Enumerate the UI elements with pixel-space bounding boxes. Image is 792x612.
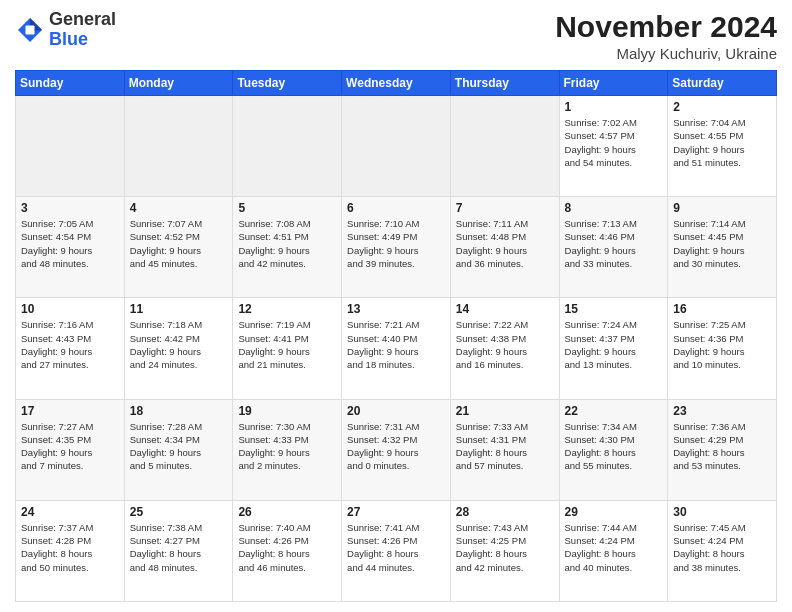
calendar-body: 1Sunrise: 7:02 AM Sunset: 4:57 PM Daylig…: [16, 96, 777, 602]
col-friday: Friday: [559, 71, 668, 96]
calendar-cell: 10Sunrise: 7:16 AM Sunset: 4:43 PM Dayli…: [16, 298, 125, 399]
day-info: Sunrise: 7:33 AM Sunset: 4:31 PM Dayligh…: [456, 420, 554, 473]
day-info: Sunrise: 7:04 AM Sunset: 4:55 PM Dayligh…: [673, 116, 771, 169]
calendar-table: Sunday Monday Tuesday Wednesday Thursday…: [15, 70, 777, 602]
calendar-cell: 4Sunrise: 7:07 AM Sunset: 4:52 PM Daylig…: [124, 197, 233, 298]
day-info: Sunrise: 7:22 AM Sunset: 4:38 PM Dayligh…: [456, 318, 554, 371]
day-info: Sunrise: 7:08 AM Sunset: 4:51 PM Dayligh…: [238, 217, 336, 270]
day-number: 27: [347, 505, 445, 519]
day-info: Sunrise: 7:02 AM Sunset: 4:57 PM Dayligh…: [565, 116, 663, 169]
calendar-cell: 20Sunrise: 7:31 AM Sunset: 4:32 PM Dayli…: [342, 399, 451, 500]
calendar-cell: 7Sunrise: 7:11 AM Sunset: 4:48 PM Daylig…: [450, 197, 559, 298]
logo: General Blue: [15, 10, 116, 50]
day-number: 5: [238, 201, 336, 215]
calendar-week-3: 10Sunrise: 7:16 AM Sunset: 4:43 PM Dayli…: [16, 298, 777, 399]
calendar-cell: 21Sunrise: 7:33 AM Sunset: 4:31 PM Dayli…: [450, 399, 559, 500]
day-number: 8: [565, 201, 663, 215]
day-number: 30: [673, 505, 771, 519]
day-info: Sunrise: 7:13 AM Sunset: 4:46 PM Dayligh…: [565, 217, 663, 270]
calendar-cell: 8Sunrise: 7:13 AM Sunset: 4:46 PM Daylig…: [559, 197, 668, 298]
calendar-week-2: 3Sunrise: 7:05 AM Sunset: 4:54 PM Daylig…: [16, 197, 777, 298]
calendar-cell: 12Sunrise: 7:19 AM Sunset: 4:41 PM Dayli…: [233, 298, 342, 399]
calendar-cell: 16Sunrise: 7:25 AM Sunset: 4:36 PM Dayli…: [668, 298, 777, 399]
calendar-cell: [342, 96, 451, 197]
col-saturday: Saturday: [668, 71, 777, 96]
calendar-header: Sunday Monday Tuesday Wednesday Thursday…: [16, 71, 777, 96]
header: General Blue November 2024 Malyy Kuchuri…: [15, 10, 777, 62]
calendar-cell: 11Sunrise: 7:18 AM Sunset: 4:42 PM Dayli…: [124, 298, 233, 399]
calendar-cell: 2Sunrise: 7:04 AM Sunset: 4:55 PM Daylig…: [668, 96, 777, 197]
day-info: Sunrise: 7:24 AM Sunset: 4:37 PM Dayligh…: [565, 318, 663, 371]
day-number: 11: [130, 302, 228, 316]
calendar-cell: 25Sunrise: 7:38 AM Sunset: 4:27 PM Dayli…: [124, 500, 233, 601]
svg-rect-2: [26, 25, 35, 34]
day-number: 14: [456, 302, 554, 316]
day-number: 20: [347, 404, 445, 418]
title-block: November 2024 Malyy Kuchuriv, Ukraine: [555, 10, 777, 62]
day-number: 6: [347, 201, 445, 215]
day-number: 29: [565, 505, 663, 519]
day-number: 26: [238, 505, 336, 519]
day-info: Sunrise: 7:07 AM Sunset: 4:52 PM Dayligh…: [130, 217, 228, 270]
calendar-week-5: 24Sunrise: 7:37 AM Sunset: 4:28 PM Dayli…: [16, 500, 777, 601]
day-info: Sunrise: 7:10 AM Sunset: 4:49 PM Dayligh…: [347, 217, 445, 270]
day-number: 7: [456, 201, 554, 215]
day-number: 2: [673, 100, 771, 114]
calendar-cell: 23Sunrise: 7:36 AM Sunset: 4:29 PM Dayli…: [668, 399, 777, 500]
day-info: Sunrise: 7:05 AM Sunset: 4:54 PM Dayligh…: [21, 217, 119, 270]
day-info: Sunrise: 7:19 AM Sunset: 4:41 PM Dayligh…: [238, 318, 336, 371]
day-info: Sunrise: 7:28 AM Sunset: 4:34 PM Dayligh…: [130, 420, 228, 473]
logo-text: General Blue: [49, 10, 116, 50]
calendar-cell: 13Sunrise: 7:21 AM Sunset: 4:40 PM Dayli…: [342, 298, 451, 399]
calendar-cell: 28Sunrise: 7:43 AM Sunset: 4:25 PM Dayli…: [450, 500, 559, 601]
day-info: Sunrise: 7:14 AM Sunset: 4:45 PM Dayligh…: [673, 217, 771, 270]
calendar-cell: 15Sunrise: 7:24 AM Sunset: 4:37 PM Dayli…: [559, 298, 668, 399]
calendar-cell: 19Sunrise: 7:30 AM Sunset: 4:33 PM Dayli…: [233, 399, 342, 500]
day-number: 16: [673, 302, 771, 316]
calendar-cell: [124, 96, 233, 197]
day-number: 22: [565, 404, 663, 418]
calendar-week-4: 17Sunrise: 7:27 AM Sunset: 4:35 PM Dayli…: [16, 399, 777, 500]
day-number: 19: [238, 404, 336, 418]
day-info: Sunrise: 7:40 AM Sunset: 4:26 PM Dayligh…: [238, 521, 336, 574]
day-info: Sunrise: 7:21 AM Sunset: 4:40 PM Dayligh…: [347, 318, 445, 371]
day-number: 15: [565, 302, 663, 316]
month-title: November 2024: [555, 10, 777, 43]
day-number: 18: [130, 404, 228, 418]
col-wednesday: Wednesday: [342, 71, 451, 96]
day-info: Sunrise: 7:34 AM Sunset: 4:30 PM Dayligh…: [565, 420, 663, 473]
calendar-cell: 30Sunrise: 7:45 AM Sunset: 4:24 PM Dayli…: [668, 500, 777, 601]
col-sunday: Sunday: [16, 71, 125, 96]
day-info: Sunrise: 7:18 AM Sunset: 4:42 PM Dayligh…: [130, 318, 228, 371]
calendar-cell: 17Sunrise: 7:27 AM Sunset: 4:35 PM Dayli…: [16, 399, 125, 500]
calendar-cell: 18Sunrise: 7:28 AM Sunset: 4:34 PM Dayli…: [124, 399, 233, 500]
logo-icon: [15, 15, 45, 45]
location-title: Malyy Kuchuriv, Ukraine: [555, 45, 777, 62]
day-number: 23: [673, 404, 771, 418]
day-number: 17: [21, 404, 119, 418]
day-number: 12: [238, 302, 336, 316]
calendar-cell: 24Sunrise: 7:37 AM Sunset: 4:28 PM Dayli…: [16, 500, 125, 601]
calendar-cell: 22Sunrise: 7:34 AM Sunset: 4:30 PM Dayli…: [559, 399, 668, 500]
day-number: 21: [456, 404, 554, 418]
day-info: Sunrise: 7:44 AM Sunset: 4:24 PM Dayligh…: [565, 521, 663, 574]
day-number: 25: [130, 505, 228, 519]
page: General Blue November 2024 Malyy Kuchuri…: [0, 0, 792, 612]
day-number: 28: [456, 505, 554, 519]
day-info: Sunrise: 7:11 AM Sunset: 4:48 PM Dayligh…: [456, 217, 554, 270]
col-monday: Monday: [124, 71, 233, 96]
calendar-cell: [450, 96, 559, 197]
day-info: Sunrise: 7:30 AM Sunset: 4:33 PM Dayligh…: [238, 420, 336, 473]
calendar-cell: [16, 96, 125, 197]
day-info: Sunrise: 7:36 AM Sunset: 4:29 PM Dayligh…: [673, 420, 771, 473]
day-info: Sunrise: 7:37 AM Sunset: 4:28 PM Dayligh…: [21, 521, 119, 574]
calendar-cell: [233, 96, 342, 197]
day-number: 13: [347, 302, 445, 316]
day-info: Sunrise: 7:38 AM Sunset: 4:27 PM Dayligh…: [130, 521, 228, 574]
logo-blue: Blue: [49, 29, 88, 49]
day-info: Sunrise: 7:25 AM Sunset: 4:36 PM Dayligh…: [673, 318, 771, 371]
calendar-cell: 3Sunrise: 7:05 AM Sunset: 4:54 PM Daylig…: [16, 197, 125, 298]
logo-general: General: [49, 9, 116, 29]
day-info: Sunrise: 7:16 AM Sunset: 4:43 PM Dayligh…: [21, 318, 119, 371]
calendar-week-1: 1Sunrise: 7:02 AM Sunset: 4:57 PM Daylig…: [16, 96, 777, 197]
